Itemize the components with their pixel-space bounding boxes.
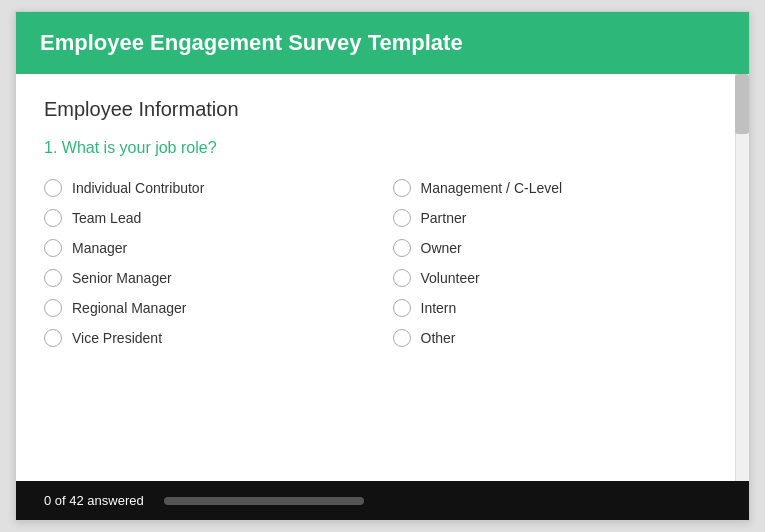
option-label-right-4: Intern — [421, 300, 457, 316]
scrollbar-thumb[interactable] — [735, 74, 749, 134]
radio-right-1 — [393, 209, 411, 227]
options-grid: Individual ContributorTeam LeadManagerSe… — [44, 173, 721, 353]
option-left-3[interactable]: Senior Manager — [44, 263, 373, 293]
option-label-left-3: Senior Manager — [72, 270, 172, 286]
option-label-left-5: Vice President — [72, 330, 162, 346]
option-right-4[interactable]: Intern — [393, 293, 722, 323]
option-right-2[interactable]: Owner — [393, 233, 722, 263]
survey-header: Employee Engagement Survey Template — [16, 12, 749, 74]
option-left-2[interactable]: Manager — [44, 233, 373, 263]
option-label-right-5: Other — [421, 330, 456, 346]
radio-left-1 — [44, 209, 62, 227]
options-right-column: Management / C-LevelPartnerOwnerVoluntee… — [393, 173, 722, 353]
radio-left-2 — [44, 239, 62, 257]
question-number: 1. — [44, 139, 57, 156]
question-label: 1. What is your job role? — [44, 139, 721, 157]
radio-right-4 — [393, 299, 411, 317]
options-left-column: Individual ContributorTeam LeadManagerSe… — [44, 173, 373, 353]
option-label-left-2: Manager — [72, 240, 127, 256]
survey-body: Employee Information 1. What is your job… — [16, 74, 749, 481]
option-left-4[interactable]: Regional Manager — [44, 293, 373, 323]
radio-right-0 — [393, 179, 411, 197]
option-label-right-1: Partner — [421, 210, 467, 226]
option-label-left-4: Regional Manager — [72, 300, 186, 316]
option-left-0[interactable]: Individual Contributor — [44, 173, 373, 203]
option-label-left-1: Team Lead — [72, 210, 141, 226]
radio-left-0 — [44, 179, 62, 197]
option-right-0[interactable]: Management / C-Level — [393, 173, 722, 203]
radio-left-4 — [44, 299, 62, 317]
scrollbar-track[interactable] — [735, 74, 749, 481]
option-right-3[interactable]: Volunteer — [393, 263, 722, 293]
option-label-right-2: Owner — [421, 240, 462, 256]
question-text: What is your job role? — [62, 139, 217, 156]
radio-left-5 — [44, 329, 62, 347]
option-right-1[interactable]: Partner — [393, 203, 722, 233]
option-label-left-0: Individual Contributor — [72, 180, 204, 196]
option-label-right-0: Management / C-Level — [421, 180, 563, 196]
option-right-5[interactable]: Other — [393, 323, 722, 353]
option-left-1[interactable]: Team Lead — [44, 203, 373, 233]
survey-footer: 0 of 42 answered — [16, 481, 749, 520]
radio-right-3 — [393, 269, 411, 287]
radio-left-3 — [44, 269, 62, 287]
option-left-5[interactable]: Vice President — [44, 323, 373, 353]
section-title: Employee Information — [44, 98, 721, 121]
answered-count: 0 of 42 answered — [44, 493, 144, 508]
radio-right-2 — [393, 239, 411, 257]
radio-right-5 — [393, 329, 411, 347]
progress-bar-track — [164, 497, 364, 505]
survey-container: Employee Engagement Survey Template Empl… — [15, 11, 750, 521]
option-label-right-3: Volunteer — [421, 270, 480, 286]
survey-title: Employee Engagement Survey Template — [40, 30, 463, 55]
